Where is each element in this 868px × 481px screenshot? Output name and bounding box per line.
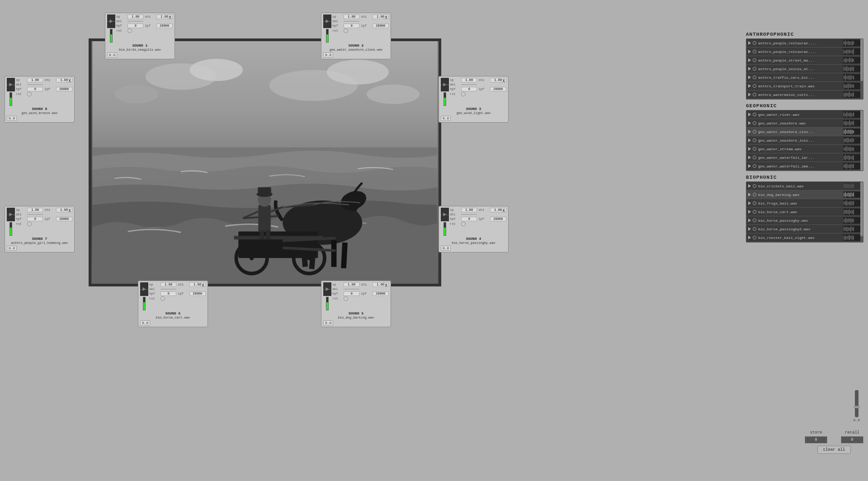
- play-button[interactable]: [9, 83, 13, 86]
- play-icon[interactable]: [748, 147, 751, 151]
- params-grid: sp 1.00 shi 1.00 del hpf 0 lpf 20000: [116, 14, 173, 33]
- play-icon[interactable]: [748, 121, 751, 125]
- list-item[interactable]: bio_horse_passingby2.wav: [746, 225, 863, 233]
- sound-label: SOUND 4: [441, 237, 506, 241]
- list-item[interactable]: geo_water_river.wav: [746, 110, 863, 119]
- item-dot: [753, 76, 756, 79]
- close-button[interactable]: X: [385, 15, 387, 20]
- close-button[interactable]: X: [503, 79, 505, 83]
- rst-button[interactable]: [344, 296, 348, 301]
- master-volume-slider[interactable]: [855, 390, 859, 417]
- item-name: bio_horse_passingby2.wav: [758, 227, 841, 231]
- list-item[interactable]: geo_water_seashore_clos...: [746, 128, 863, 136]
- play-icon[interactable]: [748, 130, 751, 133]
- list-item[interactable]: anthro_people_restauran....: [746, 39, 863, 48]
- play-icon[interactable]: [748, 138, 751, 142]
- sound-filename: geo_wind_light.wav: [441, 111, 506, 115]
- rst-button[interactable]: [461, 92, 466, 96]
- item-dot: [753, 227, 756, 231]
- play-icon[interactable]: [748, 67, 751, 71]
- waveform-display: [7, 208, 15, 221]
- play-icon[interactable]: [748, 219, 751, 222]
- play-icon[interactable]: [748, 113, 751, 116]
- play-button[interactable]: [326, 287, 329, 291]
- list-item[interactable]: geo_water_seashore.wav: [746, 119, 863, 128]
- play-button[interactable]: [326, 19, 329, 23]
- list-item[interactable]: anthro_watermelon_cutti...: [746, 90, 863, 99]
- list-item[interactable]: bio_rooster_bali_night.wav: [746, 233, 863, 242]
- play-icon[interactable]: [748, 201, 751, 205]
- clear-all-button[interactable]: clear all: [817, 446, 851, 454]
- list-item[interactable]: bio_horse_cart.wav: [746, 208, 863, 216]
- params-grid: sp 1.00 shi 1.00 del hpf 0 lpf 20000: [332, 282, 389, 301]
- sound-filename: geo_wind_breeze.wav: [7, 111, 72, 115]
- play-icon[interactable]: [748, 156, 751, 159]
- list-item[interactable]: anthro_people_voices_at...: [746, 65, 863, 73]
- waveform-display: [441, 208, 449, 221]
- close-button[interactable]: X: [169, 15, 171, 20]
- play-icon[interactable]: [748, 193, 751, 196]
- master-oo-display: 0.0: [854, 418, 860, 422]
- close-button[interactable]: X: [202, 283, 204, 288]
- play-icon[interactable]: [748, 41, 751, 45]
- play-button[interactable]: [143, 287, 146, 291]
- play-icon[interactable]: [748, 58, 751, 62]
- sound-filename: geo_water_seashore_close.wav: [323, 48, 389, 52]
- close-button[interactable]: X: [69, 79, 71, 83]
- sound-label: SOUND 5: [323, 311, 389, 315]
- waveform-preview: [843, 154, 861, 161]
- play-button[interactable]: [443, 83, 447, 86]
- close-button[interactable]: X: [385, 283, 387, 288]
- play-button[interactable]: [9, 213, 13, 216]
- play-icon[interactable]: [748, 76, 751, 79]
- list-item[interactable]: bio_horse_passingby.wav: [746, 216, 863, 225]
- store-input[interactable]: [805, 436, 827, 443]
- library-scrollbar[interactable]: [860, 110, 863, 171]
- oo-display: 0.0: [441, 246, 451, 251]
- oo-display: 0.0: [7, 246, 17, 251]
- sound-label: SOUND 2: [323, 43, 389, 48]
- play-button[interactable]: [110, 19, 113, 23]
- play-icon[interactable]: [748, 84, 751, 88]
- slider-thumb[interactable]: [854, 406, 860, 408]
- list-item[interactable]: geo_water_seashore_insi...: [746, 136, 863, 145]
- svg-point-6: [114, 86, 159, 103]
- close-button[interactable]: X: [69, 209, 71, 213]
- volume-bar: [9, 92, 12, 106]
- list-item[interactable]: geo_water_stream.wav: [746, 145, 863, 153]
- sound-filename: bio_horse_cart.wav: [140, 316, 206, 319]
- sound-label: SOUND 1: [107, 43, 173, 48]
- item-name: bio_horse_passingby.wav: [758, 219, 841, 223]
- play-icon[interactable]: [748, 236, 751, 239]
- list-item[interactable]: anthro_people_restauran....: [746, 48, 863, 56]
- play-icon[interactable]: [748, 164, 751, 168]
- list-item[interactable]: bio_crickets_bali.wav: [746, 182, 863, 190]
- play-icon[interactable]: [748, 184, 751, 188]
- rst-button[interactable]: [27, 222, 32, 226]
- list-item[interactable]: anthro_transport_train.wav: [746, 82, 863, 90]
- rst-button[interactable]: [461, 222, 466, 226]
- list-item[interactable]: anthro_traffic_cars_bic...: [746, 73, 863, 82]
- play-icon[interactable]: [748, 93, 751, 96]
- svg-point-3: [190, 59, 243, 81]
- list-item[interactable]: bio_frogs_bali.wav: [746, 199, 863, 208]
- rst-button[interactable]: [127, 29, 132, 33]
- list-item[interactable]: geo_water_waterfall_lar...: [746, 153, 863, 162]
- volume-bar: [443, 222, 446, 236]
- sound-filename: bio_horse_passingby.wav: [441, 241, 506, 245]
- list-item[interactable]: bio_dog_barking.wav: [746, 190, 863, 199]
- rst-button[interactable]: [160, 296, 165, 301]
- library-scrollbar[interactable]: [860, 182, 863, 242]
- list-item[interactable]: geo_water_waterfall_sma...: [746, 162, 863, 171]
- list-item[interactable]: anthro_people_street_ma...: [746, 56, 863, 65]
- library-scrollbar[interactable]: [860, 39, 863, 99]
- close-button[interactable]: X: [503, 209, 505, 213]
- rst-button[interactable]: [344, 29, 348, 33]
- play-icon[interactable]: [748, 50, 751, 53]
- play-icon[interactable]: [748, 210, 751, 214]
- item-dot: [753, 58, 756, 62]
- recall-input[interactable]: [841, 436, 863, 443]
- play-button[interactable]: [443, 213, 447, 216]
- rst-button[interactable]: [27, 92, 32, 96]
- play-icon[interactable]: [748, 227, 751, 231]
